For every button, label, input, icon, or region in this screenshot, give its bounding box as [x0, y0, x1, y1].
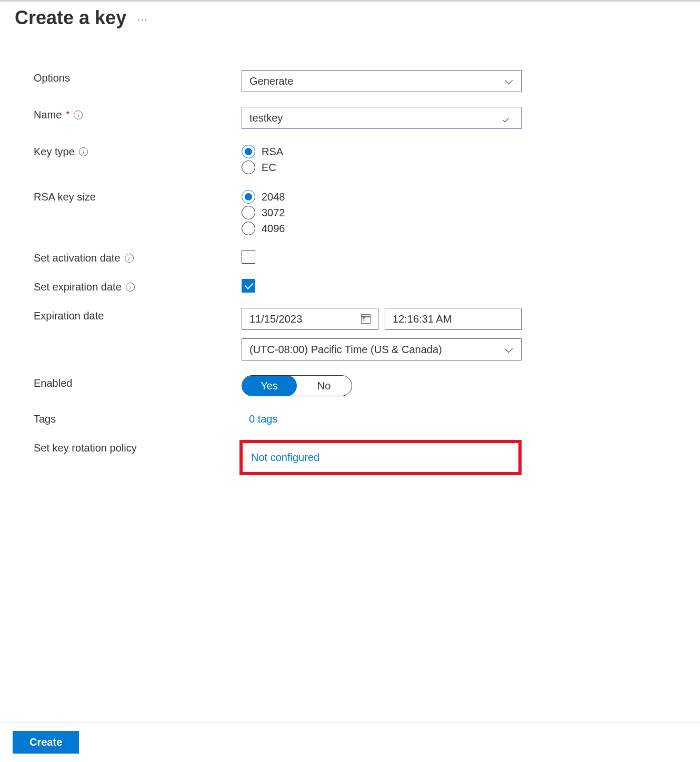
info-icon[interactable]: i — [79, 147, 88, 156]
tags-label: Tags — [34, 413, 56, 425]
radio-rsa-2048[interactable]: 2048 — [242, 190, 522, 204]
radio-label: 2048 — [262, 191, 285, 203]
radio-icon — [242, 190, 255, 204]
expiration-date-input[interactable]: 11/15/2023 — [242, 308, 378, 330]
radio-icon — [242, 206, 255, 219]
expiration-date-label: Expiration date — [34, 310, 104, 322]
radio-key-type-rsa[interactable]: RSA — [242, 145, 522, 158]
radio-label: EC — [262, 162, 276, 174]
name-input[interactable]: testkey — [242, 107, 522, 129]
radio-icon — [242, 161, 255, 174]
activation-checkbox[interactable] — [242, 250, 255, 264]
expiration-time-value: 12:16:31 AM — [393, 313, 452, 325]
toggle-yes[interactable]: Yes — [242, 375, 297, 396]
options-select[interactable]: Generate — [242, 70, 522, 92]
radio-icon — [242, 145, 255, 158]
tags-link[interactable]: 0 tags — [242, 411, 522, 425]
required-icon: * — [66, 109, 69, 121]
enabled-toggle[interactable]: Yes No — [242, 375, 352, 396]
calendar-icon — [361, 314, 371, 324]
name-value: testkey — [249, 112, 283, 124]
radio-rsa-4096[interactable]: 4096 — [242, 222, 522, 235]
radio-icon — [242, 222, 255, 235]
rotation-highlight: Not configured — [239, 440, 522, 475]
radio-label: 3072 — [262, 207, 285, 219]
info-icon[interactable]: i — [125, 254, 134, 263]
options-label: Options — [34, 72, 70, 84]
activation-label: Set activation date — [34, 252, 121, 264]
checkmark-icon — [503, 113, 514, 123]
name-label: Name — [34, 109, 62, 121]
info-icon[interactable]: i — [74, 111, 83, 119]
radio-label: RSA — [262, 146, 283, 158]
info-icon[interactable]: i — [126, 283, 135, 292]
expiration-date-value: 11/15/2023 — [249, 313, 302, 325]
timezone-value: (UTC-08:00) Pacific Time (US & Canada) — [249, 344, 442, 356]
rotation-link[interactable]: Not configured — [251, 452, 319, 464]
rotation-label: Set key rotation policy — [34, 442, 137, 454]
timezone-select[interactable]: (UTC-08:00) Pacific Time (US & Canada) — [242, 338, 522, 360]
keytype-label: Key type — [34, 146, 75, 158]
toggle-no[interactable]: No — [296, 376, 352, 396]
expiration-toggle-label: Set expiration date — [34, 281, 122, 293]
expiration-time-input[interactable]: 12:16:31 AM — [385, 308, 522, 330]
page-title: Create a key — [15, 7, 126, 29]
more-icon[interactable]: ⋯ — [137, 10, 148, 26]
chevron-down-icon — [504, 76, 514, 86]
radio-rsa-3072[interactable]: 3072 — [242, 206, 522, 219]
rsakeysize-label: RSA key size — [34, 191, 96, 203]
radio-key-type-ec[interactable]: EC — [242, 161, 522, 174]
radio-label: 4096 — [262, 223, 285, 235]
options-value: Generate — [249, 75, 293, 87]
chevron-down-icon — [504, 345, 514, 354]
expiration-checkbox[interactable] — [242, 279, 255, 293]
enabled-label: Enabled — [34, 377, 72, 389]
